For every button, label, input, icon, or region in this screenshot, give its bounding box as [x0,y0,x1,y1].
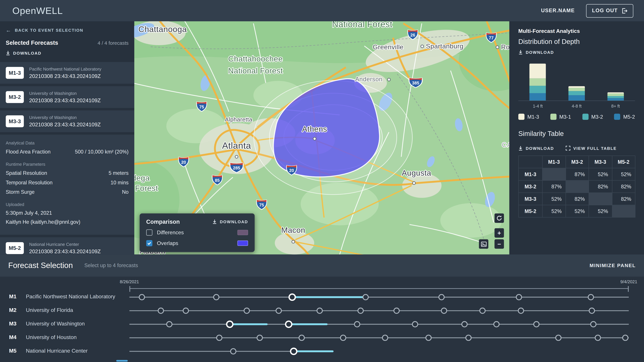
legend-swatch [518,114,524,120]
forecast-node[interactable] [494,322,499,327]
forecast-node[interactable] [462,322,467,327]
similarity-download-button[interactable]: DOWNLOAD [518,146,554,150]
bar-segment [530,64,546,78]
forecast-node[interactable] [589,308,594,313]
forecast-node[interactable] [363,295,368,300]
forecast-node[interactable] [466,335,471,341]
refresh-icon [496,215,502,221]
view-full-table-button[interactable]: VIEW FULL TABLE [566,146,617,150]
forecast-node[interactable] [257,335,262,341]
app-logo: OpenWELL [12,5,63,16]
logout-button[interactable]: LOG OUT [586,4,634,17]
extra-forecast-slot: M5-2National Hurricane Center20210308 23… [0,237,134,255]
timeline-row [129,319,629,330]
forecast-badge: M3-2 [6,91,24,103]
forecast-badge: M3-3 [6,115,24,127]
forecast-badge: M5-2 [6,242,24,254]
comparison-options: DifferencesOverlaps [146,229,248,246]
horizontal-scrollbar[interactable] [116,360,128,362]
forecast-node[interactable] [516,295,522,300]
table-cell [542,168,566,180]
forecast-node[interactable] [167,322,172,327]
forecast-node[interactable] [358,308,363,313]
model-org: Pacific Northwest National Laboratory [26,294,115,300]
back-link-label: BACK TO EVENT SELECTION [15,28,83,32]
legend-item: M5-2 [614,114,635,120]
forecast-card[interactable]: M3-2University of Washington20210308 23:… [0,86,134,108]
timeline-date-end: 9/4/2021 [620,279,637,284]
map-refresh-button[interactable] [494,213,504,223]
table-cell: 87% [566,168,589,180]
forecast-node[interactable] [214,295,219,300]
forecast-node-selected[interactable] [227,321,233,327]
forecast-node[interactable] [158,308,164,313]
svg-text:77: 77 [489,35,494,40]
analytics-panel-title: Multi-Forecast Analytics [518,28,635,34]
forecast-node[interactable] [217,335,222,341]
forecast-node[interactable] [340,335,346,341]
forecast-node[interactable] [556,335,561,341]
forecast-node[interactable] [299,335,304,341]
forecast-node[interactable] [518,308,524,313]
table-cell: M1-3 [542,156,566,168]
depth-download-button[interactable]: DOWNLOAD [518,50,554,54]
back-to-event-selection-link[interactable]: ← BACK TO EVENT SELECTION [6,27,128,33]
timeline-row-label: M4University of Houston [9,334,77,340]
map-imagery-button[interactable] [479,239,488,249]
forecast-node[interactable] [412,322,418,327]
forecast-node[interactable] [382,335,388,341]
model-org: University of Houston [26,334,77,340]
forecast-card-meta: University of Washington20210308 23:43:4… [29,91,101,103]
data-row-name: Temporal Resolution [6,180,52,186]
forecast-node[interactable] [139,295,144,300]
forecast-node[interactable] [588,295,594,300]
table-cell: 82% [612,193,635,205]
timeline-row-label: M1Pacific Northwest National Laboratory [9,294,115,300]
forecast-node[interactable] [623,335,628,341]
forecast-timestamp: 20210308 23:43:43.2024109Z [29,97,101,103]
timeline: 8/26/20219/4/2021M1Pacific Northwest Nat… [0,277,644,362]
forecast-node[interactable] [317,308,322,313]
forecast-node[interactable] [442,308,447,313]
forecast-node[interactable] [591,322,596,327]
comparison-download-button[interactable]: DOWNLOAD [212,219,248,224]
map-zoom-in-button[interactable]: + [494,228,504,238]
svg-text:75: 75 [259,203,264,207]
forecast-node[interactable] [244,308,250,313]
forecast-card[interactable]: M3-3University of Washington20210308 23:… [0,110,134,132]
forecast-node[interactable] [480,308,485,313]
comparison-option[interactable]: Differences [146,229,248,236]
forecast-card[interactable]: M5-2National Hurricane Center20210308 23… [0,237,134,255]
forecast-badge: M1-3 [6,67,24,79]
uploaded-heading: Uploaded [6,202,128,207]
city-dot [292,240,295,243]
checkbox[interactable] [146,240,152,246]
analytical-data-heading: Analytical Data [6,140,128,145]
forecast-node-selected[interactable] [286,321,292,327]
forecast-node[interactable] [439,295,444,300]
forecast-node-selected[interactable] [289,294,295,300]
minimize-panel-button[interactable]: MINIMIZE PANEL [590,263,636,268]
forecast-node-selected[interactable] [291,348,297,355]
forecast-node[interactable] [183,308,188,313]
forecast-node[interactable] [276,308,282,313]
forecast-node[interactable] [595,335,600,341]
map-zoom-out-button[interactable]: − [494,239,504,249]
svg-text:26: 26 [410,33,415,37]
table-cell: M3-2 [566,156,589,168]
forecast-node[interactable] [354,322,360,327]
table-cell: 82% [566,193,589,205]
map-container[interactable]: 26773857520285857520 ChattanoogaNational… [134,21,509,254]
timeline-row [129,346,629,357]
comparison-title: Comparison [146,218,180,225]
forecast-timestamp: 20210308 23:43:43.2024109Z [29,73,101,79]
table-cell: M3-2 [519,181,542,193]
forecast-node[interactable] [426,335,431,341]
forecast-node[interactable] [534,322,539,327]
forecast-node[interactable] [394,308,399,313]
forecast-node[interactable] [230,349,236,354]
forecast-card[interactable]: M1-3Pacific Northwest National Laborator… [0,62,134,84]
comparison-option[interactable]: Overlaps [146,240,248,246]
checkbox[interactable] [146,229,152,236]
download-forecasts-button[interactable]: DOWNLOAD [6,50,42,55]
